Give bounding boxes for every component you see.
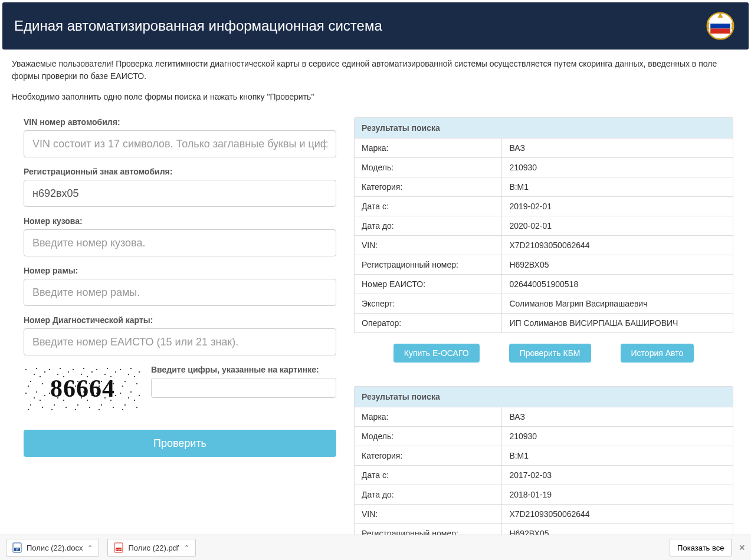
- diag-label: Номер Диагностической карты:: [24, 315, 336, 325]
- download-filename: Полис (22).docx: [27, 543, 83, 552]
- table-row: Регистрационный номер:Н692ВХ05: [355, 524, 733, 535]
- emblem-icon: [704, 9, 737, 42]
- svg-rect-2: [710, 24, 730, 28]
- table-row: VIN:X7D21093050062644: [355, 236, 733, 255]
- vin-input[interactable]: [24, 130, 336, 157]
- captcha-input[interactable]: [151, 378, 336, 398]
- table-row: Эксперт:Солиманов Магрип Васирпашаевич: [355, 294, 733, 314]
- svg-text:W: W: [16, 548, 19, 551]
- table-row: Оператор:ИП Солиманов ВИСИРПАША БАШИРОВИ…: [355, 314, 733, 333]
- buy-eosago-button[interactable]: Купить Е-ОСАГО: [393, 344, 480, 363]
- results-title: Результаты поиска: [354, 117, 733, 138]
- show-all-downloads-button[interactable]: Показать все: [670, 539, 732, 556]
- table-row: Номер ЕАИСТО:026440051900518: [355, 275, 733, 294]
- download-filename: Полис (22).pdf: [128, 543, 179, 552]
- page-title: Единая автоматизированная информационная…: [14, 18, 382, 34]
- table-row: VIN:X7D21093050062644: [355, 505, 733, 524]
- diag-input[interactable]: [24, 328, 336, 355]
- table-row: Марка:ВАЗ: [355, 407, 733, 427]
- chevron-up-icon: ⌃: [87, 544, 93, 552]
- captcha-label: Введите цифры, указанные на картинке:: [151, 365, 336, 374]
- reg-input[interactable]: [24, 180, 336, 207]
- table-row: Дата до:2020-02-01: [355, 216, 733, 236]
- svg-rect-3: [710, 28, 730, 33]
- frame-label: Номер рамы:: [24, 266, 336, 275]
- captcha-image: 86664: [24, 365, 142, 412]
- table-row: Категория:B:M1: [355, 446, 733, 466]
- table-row: Регистрационный номер:Н692ВХ05: [355, 255, 733, 275]
- frame-input[interactable]: [24, 279, 336, 306]
- header-bar: Единая автоматизированная информационная…: [2, 2, 749, 50]
- result-block-2: Результаты поиска Марка:ВАЗ Модель:21093…: [354, 386, 733, 535]
- table-row: Дата с:2017-02-03: [355, 466, 733, 485]
- search-form: VIN номер автомобиля: Регистрационный зн…: [6, 117, 336, 457]
- table-row: Дата с:2019-02-01: [355, 197, 733, 216]
- close-icon[interactable]: ×: [739, 542, 745, 554]
- table-row: Категория:B:M1: [355, 177, 733, 197]
- reg-label: Регистрационный знак автомобиля:: [24, 167, 336, 176]
- body-input[interactable]: [24, 229, 336, 256]
- auto-history-button[interactable]: История Авто: [621, 344, 694, 363]
- table-row: Дата до:2018-01-19: [355, 485, 733, 505]
- download-item-docx[interactable]: W Полис (22).docx ⌃: [6, 539, 99, 556]
- intro-text: Уважаемые пользователи! Проверка легитим…: [0, 58, 751, 117]
- chevron-up-icon: ⌃: [184, 544, 189, 552]
- results-title: Результаты поиска: [354, 386, 733, 407]
- check-kbm-button[interactable]: Проверить КБМ: [509, 344, 591, 363]
- svg-text:PDF: PDF: [116, 548, 122, 551]
- result-table-1: Марка:ВАЗ Модель:210930 Категория:B:M1 Д…: [354, 138, 733, 333]
- table-row: Модель:210930: [355, 427, 733, 446]
- docx-icon: W: [12, 542, 22, 553]
- vin-label: VIN номер автомобиля:: [24, 117, 336, 127]
- svg-rect-1: [710, 19, 730, 24]
- intro-line-2: Необходимо заполнить одно поле формы пои…: [12, 91, 739, 103]
- pdf-icon: PDF: [114, 542, 123, 553]
- body-label: Номер кузова:: [24, 216, 336, 226]
- submit-button[interactable]: Проверить: [24, 430, 336, 457]
- result-table-2: Марка:ВАЗ Модель:210930 Категория:B:M1 Д…: [354, 407, 733, 535]
- download-item-pdf[interactable]: PDF Полис (22).pdf ⌃: [107, 539, 195, 556]
- result-block-1: Результаты поиска Марка:ВАЗ Модель:21093…: [354, 117, 733, 363]
- table-row: Модель:210930: [355, 158, 733, 177]
- table-row: Марка:ВАЗ: [355, 139, 733, 158]
- intro-line-1: Уважаемые пользователи! Проверка легитим…: [12, 58, 739, 83]
- downloads-bar: W Полис (22).docx ⌃ PDF Полис (22).pdf ⌃…: [0, 535, 751, 560]
